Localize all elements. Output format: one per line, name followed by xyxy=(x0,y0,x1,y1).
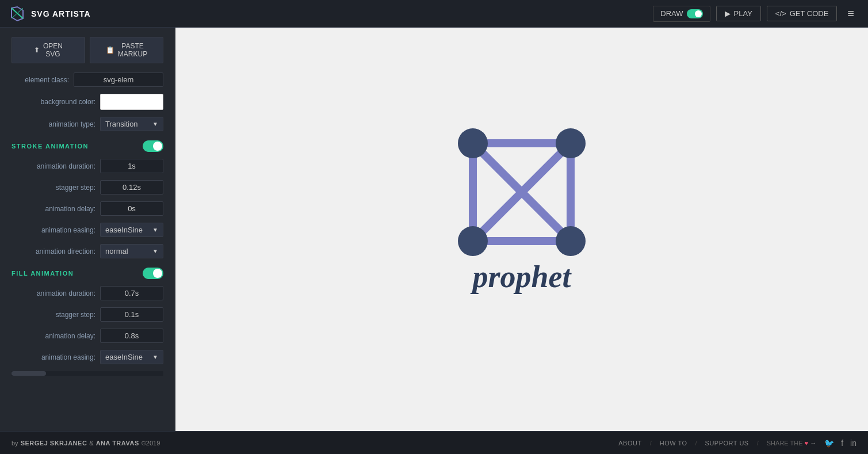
twitter-icon[interactable]: 🐦 xyxy=(824,438,834,448)
footer-divider2: / xyxy=(695,440,697,447)
footer-divider3: / xyxy=(757,440,759,447)
footer-author2[interactable]: ANA TRAVAS xyxy=(96,440,139,447)
stroke-section-title: STROKE ANIMATION xyxy=(12,143,89,150)
app-title: SVG ARTISTA xyxy=(31,9,91,18)
stroke-duration-row: animation duration: 1s xyxy=(12,159,163,173)
svg-point-12 xyxy=(556,226,586,256)
fill-easing-row: animation easing: easeInSine ▼ xyxy=(12,350,163,364)
element-class-label: element class: xyxy=(12,76,69,84)
fill-delay-value[interactable]: 0.8s xyxy=(100,329,163,343)
linkedin-icon[interactable]: in xyxy=(850,438,856,448)
topnav-left: SVG ARTISTA xyxy=(9,6,91,22)
stroke-direction-select[interactable]: normal ▼ xyxy=(100,244,163,258)
footer: by SERGEJ SKRJANEC & ANA TRAVAS ©2019 AB… xyxy=(0,431,868,454)
social-icons: 🐦 f in xyxy=(824,438,856,448)
element-class-input[interactable] xyxy=(74,73,163,87)
upload-icon: ⬆ xyxy=(34,46,40,54)
stroke-duration-value[interactable]: 1s xyxy=(100,159,163,173)
background-color-input[interactable] xyxy=(100,94,163,110)
play-icon: ▶ xyxy=(725,9,731,18)
play-button[interactable]: ▶ PLAY xyxy=(716,6,761,21)
stroke-direction-row: animation direction: normal ▼ xyxy=(12,244,163,258)
fill-toggle[interactable] xyxy=(143,268,163,279)
prophet-svg: prophet xyxy=(430,109,614,350)
fill-section-header: FILL ANIMATION xyxy=(12,268,163,279)
fill-duration-row: animation duration: 0.7s xyxy=(12,286,163,300)
stroke-delay-value[interactable]: 0s xyxy=(100,201,163,216)
draw-label: DRAW xyxy=(660,9,683,18)
fill-easing-value: easeInSine xyxy=(105,353,143,361)
scrollbar[interactable] xyxy=(12,371,163,376)
svg-text:prophet: prophet xyxy=(470,260,572,294)
background-color-label: background color: xyxy=(12,98,95,106)
stroke-stagger-row: stagger step: 0.12s xyxy=(12,180,163,194)
fill-stagger-value[interactable]: 0.1s xyxy=(100,307,163,322)
heart-icon: ♥ xyxy=(805,440,809,447)
top-buttons: ⬆ OPENSVG 📋 PASTEMARKUP xyxy=(12,37,163,63)
topnav-right: DRAW ▶ PLAY </> GET CODE ≡ xyxy=(653,5,859,22)
stroke-delay-label: animation delay: xyxy=(12,205,95,213)
paste-icon: 📋 xyxy=(106,46,114,54)
svg-point-10 xyxy=(556,128,586,158)
play-label: PLAY xyxy=(734,9,752,18)
fill-duration-label: animation duration: xyxy=(12,289,95,297)
paste-markup-button[interactable]: 📋 PASTEMARKUP xyxy=(90,37,163,63)
stroke-direction-label: animation direction: xyxy=(12,247,95,255)
menu-button[interactable]: ≡ xyxy=(843,5,859,22)
footer-ampersand: & xyxy=(89,440,93,447)
getcode-button[interactable]: </> GET CODE xyxy=(767,6,837,21)
stroke-duration-label: animation duration: xyxy=(12,162,95,170)
animation-type-label: animation type: xyxy=(12,120,95,128)
fill-delay-label: animation delay: xyxy=(12,332,95,340)
getcode-label: GET CODE xyxy=(790,9,829,18)
preview-content: prophet xyxy=(430,109,614,350)
stroke-easing-label: animation easing: xyxy=(12,226,95,234)
fill-easing-select[interactable]: easeInSine ▼ xyxy=(100,350,163,364)
stroke-direction-value: normal xyxy=(105,247,128,255)
paste-markup-label: PASTEMARKUP xyxy=(118,42,147,58)
sidebar: ⬆ OPENSVG 📋 PASTEMARKUP element class: b… xyxy=(0,28,175,431)
animation-type-value: Transition xyxy=(105,120,138,128)
background-color-row: background color: xyxy=(12,94,163,110)
footer-about-link[interactable]: ABOUT xyxy=(618,440,641,447)
facebook-icon[interactable]: f xyxy=(841,438,843,448)
fill-section-title: FILL ANIMATION xyxy=(12,270,74,277)
footer-left: by SERGEJ SKRJANEC & ANA TRAVAS ©2019 xyxy=(12,440,160,447)
draw-toggle[interactable] xyxy=(687,9,703,18)
stroke-stagger-value[interactable]: 0.12s xyxy=(100,180,163,194)
fill-delay-row: animation delay: 0.8s xyxy=(12,329,163,343)
footer-author1[interactable]: SERGEJ SKRJANEC xyxy=(21,440,87,447)
scrollbar-thumb[interactable] xyxy=(12,371,46,376)
stroke-easing-row: animation easing: easeInSine ▼ xyxy=(12,223,163,237)
topnav: SVG ARTISTA DRAW ▶ PLAY </> GET CODE ≡ xyxy=(0,0,868,28)
animation-type-select[interactable]: Transition ▼ xyxy=(100,117,163,131)
fill-easing-label: animation easing: xyxy=(12,353,95,361)
fill-duration-value[interactable]: 0.7s xyxy=(100,286,163,300)
fill-stagger-label: stagger step: xyxy=(12,311,95,319)
footer-howto-link[interactable]: HOW TO xyxy=(660,440,687,447)
open-svg-label: OPENSVG xyxy=(43,42,63,58)
preview-area: prophet xyxy=(175,28,868,431)
stroke-easing-value: easeInSine xyxy=(105,226,143,234)
stroke-easing-select[interactable]: easeInSine ▼ xyxy=(100,223,163,237)
chevron-down-icon: ▼ xyxy=(152,248,158,254)
footer-support-link[interactable]: SUPPORT US xyxy=(705,440,749,447)
footer-divider1: / xyxy=(650,440,652,447)
draw-button[interactable]: DRAW xyxy=(653,6,710,22)
chevron-down-icon: ▼ xyxy=(152,354,158,360)
stroke-delay-row: animation delay: 0s xyxy=(12,201,163,216)
fill-stagger-row: stagger step: 0.1s xyxy=(12,307,163,322)
code-icon: </> xyxy=(775,9,786,18)
footer-right: ABOUT / HOW TO / SUPPORT US / SHARE THE … xyxy=(618,438,856,448)
stroke-section-header: STROKE ANIMATION xyxy=(12,140,163,152)
animation-type-row: animation type: Transition ▼ xyxy=(12,117,163,131)
element-class-row: element class: xyxy=(12,73,163,87)
stroke-toggle[interactable] xyxy=(143,140,163,152)
svg-point-9 xyxy=(458,128,488,158)
chevron-down-icon: ▼ xyxy=(152,227,158,233)
menu-icon: ≡ xyxy=(847,7,854,20)
open-svg-button[interactable]: ⬆ OPENSVG xyxy=(12,37,85,63)
main-content: ⬆ OPENSVG 📋 PASTEMARKUP element class: b… xyxy=(0,28,868,431)
stroke-stagger-label: stagger step: xyxy=(12,184,95,192)
chevron-down-icon: ▼ xyxy=(152,121,158,127)
